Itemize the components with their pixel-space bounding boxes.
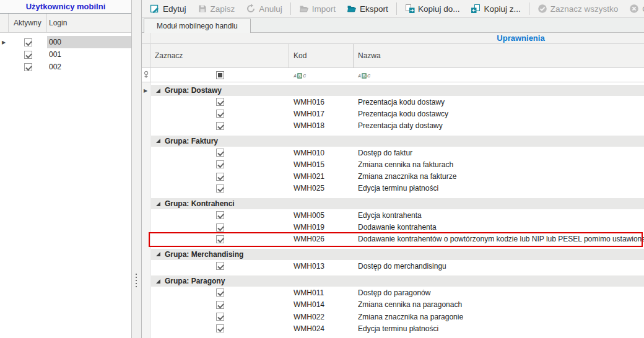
tab-modul-mobilnego-handlu[interactable]: Moduł mobilnego handlu <box>144 19 251 33</box>
group-expanded-icon[interactable] <box>156 279 160 284</box>
toolbar-button-label: Anuluj <box>259 4 282 14</box>
user-row-001[interactable]: 001 <box>0 48 131 61</box>
permission-code-cell: WMH026 <box>289 235 354 243</box>
permission-row-WMH013[interactable]: WMH013Dostęp do merchandisingu <box>151 260 644 272</box>
permission-row-WMH005[interactable]: WMH005Edycja kontrahenta <box>151 209 644 221</box>
permission-row-WMH022[interactable]: WMH022Zmiana znacznika na paragonie <box>151 311 644 323</box>
permission-checkbox[interactable] <box>216 313 224 321</box>
group-row-grupa-kontrahenci[interactable]: Grupa: Kontrahenci <box>151 198 644 209</box>
permission-row-WMH015[interactable]: WMH015Zmiana cennika na fakturach <box>151 158 644 170</box>
abc-filter-icon: ABC <box>358 73 370 79</box>
permission-row-WMH017[interactable]: WMH017Prezentacja kodu dostawcy <box>151 108 644 119</box>
permission-code-cell: WMH014 <box>289 300 354 309</box>
filter-nazwa-cell[interactable]: ABC <box>354 71 644 79</box>
toolbar-button-eksport[interactable]: Eksport <box>341 1 394 17</box>
permission-checkbox[interactable] <box>216 288 224 297</box>
group-row-grupa-faktury[interactable]: Grupa: Faktury <box>151 136 644 147</box>
permission-row-WMH011[interactable]: WMH011Dostęp do paragonów <box>151 287 644 298</box>
toolbar-button-kopiuj-do[interactable]: Kopiuj do... <box>399 1 466 17</box>
group-expanded-icon[interactable] <box>156 139 160 143</box>
permission-row-WMH021[interactable]: WMH021Zmiana znacznika na fakturze <box>151 170 644 182</box>
permission-code-cell: WMH010 <box>289 149 354 157</box>
permission-checkbox[interactable] <box>216 223 224 232</box>
permission-checkbox[interactable] <box>216 160 224 168</box>
zaznacz-cell <box>151 160 289 168</box>
toolbar-button-kopiuj-z[interactable]: Kopiuj z... <box>465 1 526 17</box>
group-expanded-icon[interactable] <box>156 252 160 256</box>
users-rows: ▶000001002 <box>0 36 131 73</box>
toolbar-separator <box>396 2 397 15</box>
login-cell[interactable]: 001 <box>47 48 131 61</box>
zaznacz-cell <box>151 98 289 106</box>
permission-name-cell: Dostęp do faktur <box>354 149 644 157</box>
user-row-002[interactable]: 002 <box>0 61 131 73</box>
user-row-000[interactable]: ▶000 <box>0 36 131 48</box>
filter-checkbox[interactable] <box>216 71 224 79</box>
login-cell[interactable]: 002 <box>47 61 131 73</box>
group-row-grupa-merchandising[interactable]: Grupa: Merchandising <box>151 249 644 260</box>
login-cell[interactable]: 000 <box>47 36 131 48</box>
permission-row-WMH019[interactable]: WMH019Dodawanie kontrahenta <box>151 221 644 233</box>
check-all-icon <box>537 4 547 14</box>
group-expanded-icon[interactable] <box>156 202 160 206</box>
permission-code-cell: WMH016 <box>289 98 354 106</box>
column-header-zaznacz[interactable]: Zaznacz <box>150 44 289 67</box>
permission-checkbox[interactable] <box>216 98 224 106</box>
permission-checkbox[interactable] <box>216 235 224 243</box>
permission-name-cell: Prezentacja kodu dostawcy <box>354 110 644 118</box>
column-header-nazwa[interactable]: Nazwa <box>354 44 644 67</box>
toolbar: EdytujZapiszAnulujImportEksportKopiuj do… <box>142 0 644 18</box>
permission-checkbox[interactable] <box>216 149 224 157</box>
group-label: Grupa: Kontrahenci <box>165 199 235 208</box>
permission-checkbox[interactable] <box>216 324 224 332</box>
zaznacz-cell <box>151 211 289 219</box>
filter-zaznacz-cell[interactable] <box>150 71 289 79</box>
panel-splitter[interactable] <box>133 0 141 338</box>
toolbar-button-zapisz: Zapisz <box>192 1 241 17</box>
active-checkbox[interactable] <box>24 63 32 71</box>
zaznacz-cell <box>151 313 289 321</box>
group-expanded-icon[interactable] <box>156 89 160 93</box>
permission-checkbox[interactable] <box>216 301 224 309</box>
column-header-aktywny[interactable]: Aktywny <box>9 14 47 32</box>
edit-icon <box>150 4 160 14</box>
permission-name-cell: Zmiana znacznika na paragonie <box>354 313 644 321</box>
permission-row-WMH018[interactable]: WMH018Prezentacja daty dostawy <box>151 120 644 132</box>
permission-code-cell: WMH005 <box>289 211 354 220</box>
permission-row-WMH024[interactable]: WMH024Edycja terminu płatności <box>151 323 644 334</box>
permission-name-cell: Dodawanie kontrahentów o powtórzonym kod… <box>354 235 644 243</box>
permission-checkbox[interactable] <box>216 110 224 118</box>
band-header: Uprawnienia <box>142 33 644 44</box>
zaznacz-cell <box>151 110 289 118</box>
permission-code-cell: WMH022 <box>289 313 354 321</box>
filter-kod-cell[interactable]: ABC <box>289 71 354 79</box>
group-label: Grupa: Faktury <box>165 137 218 145</box>
permission-code-cell: WMH015 <box>289 160 354 169</box>
permission-row-WMH026[interactable]: WMH026Dodawanie kontrahentów o powtórzon… <box>151 233 644 245</box>
permission-checkbox[interactable] <box>216 184 224 193</box>
toolbar-button-edytuj[interactable]: Edytuj <box>144 1 192 17</box>
active-checkbox[interactable] <box>24 38 32 46</box>
permission-checkbox[interactable] <box>216 173 224 181</box>
group-label: Grupa: Paragony <box>165 277 225 285</box>
undo-icon <box>246 4 256 14</box>
column-header-login[interactable]: Login <box>47 14 131 32</box>
permission-row-WMH010[interactable]: WMH010Dostęp do faktur <box>151 147 644 158</box>
permission-checkbox[interactable] <box>216 211 224 219</box>
splitter-grip-icon[interactable] <box>136 274 137 287</box>
group-row-grupa-dostawy[interactable]: ▶Grupa: Dostawy <box>151 85 644 96</box>
pin-icon <box>142 68 150 82</box>
permission-checkbox[interactable] <box>216 262 224 270</box>
permission-row-WMH014[interactable]: WMH014Zmiana cennika na paragonach <box>151 299 644 311</box>
column-header-kod[interactable]: Kod <box>289 44 354 67</box>
permission-row-WMH016[interactable]: WMH016Prezentacja kodu dostawy <box>151 96 644 108</box>
active-cell <box>9 51 47 59</box>
auto-filter-row: ABC ABC <box>142 68 644 82</box>
group-row-grupa-paragony[interactable]: Grupa: Paragony <box>151 275 644 287</box>
permission-row-WMH025[interactable]: WMH025Edycja terminu płatności <box>151 183 644 194</box>
active-checkbox[interactable] <box>24 51 32 59</box>
permission-checkbox[interactable] <box>216 122 224 130</box>
permission-name-cell: Edycja kontrahenta <box>354 211 644 220</box>
row-indicator-strip <box>142 82 150 338</box>
zaznacz-cell <box>151 324 289 332</box>
